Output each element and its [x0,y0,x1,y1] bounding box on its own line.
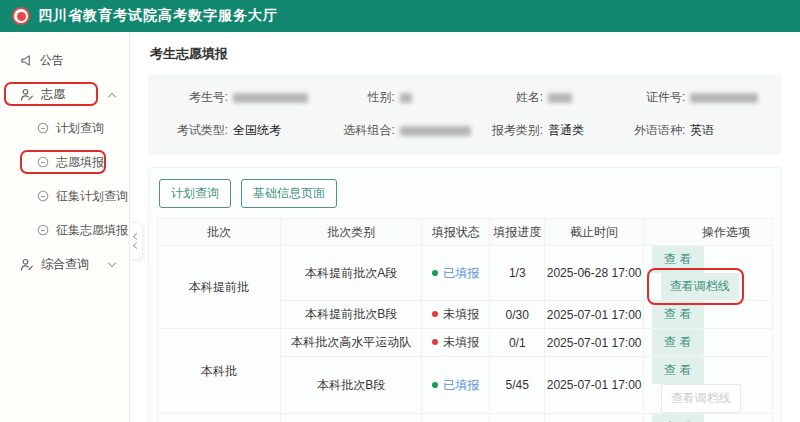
view-line-button-disabled: 查看调档线 [661,384,741,413]
col-deadline: 截止时间 [545,219,643,246]
sidebar-item-label: 征集志愿填报 [56,222,128,239]
batch-table-panel: 计划查询 基础信息页面 批次 批次类别 填报状态 填报进度 截止时间 操作选项 [148,167,782,422]
sidebar-item-plan-query[interactable]: 计划查询 [0,114,129,142]
circle-dash-icon [37,156,49,168]
basic-info-button[interactable]: 基础信息页面 [241,179,337,208]
app-header: 四川省教育考试院高考数字服务大厅 [0,0,800,32]
chevron-down-icon [108,259,116,267]
field-exam-type: 考试类型: 全国统考 [156,122,323,139]
view-button[interactable]: 查看 [652,414,704,422]
user-search-icon [20,258,34,271]
sidebar-item-label: 综合查询 [41,256,89,273]
table-row: 高职（专科）提前批 高职（专科）提前批次 未填报 0/3 2025-07-05 … [158,414,773,422]
field-foreign-language: 外语语种: 英语 [613,122,774,139]
circle-dash-icon [37,224,49,236]
category-cell: 本科提前批次B段 [281,301,422,329]
actions-cell: 查看 [643,301,772,329]
progress-cell: 5/45 [490,357,545,414]
announcement-icon [20,54,33,67]
status-dot-icon [432,270,438,276]
sidebar-item-label: 计划查询 [56,120,104,137]
status-text: 已填报 [443,266,479,280]
redacted-value [400,93,412,103]
seal-logo-icon [12,7,30,25]
sidebar-item-label: 公告 [40,52,64,69]
progress-cell: 1/3 [490,246,545,301]
student-info-panel: 考生号: 性别: 姓名: 证件号: 考试类型: 全国统考 [148,74,782,155]
sidebar-item-label: 志愿填报 [56,154,104,171]
main-content: 考生志愿填报 考生号: 性别: 姓名: 证件号: [130,32,800,422]
col-progress: 填报进度 [490,219,545,246]
status-dot-icon [432,382,438,388]
redacted-value [548,93,572,103]
batch-cell: 高职（专科）提前批 [158,414,281,422]
status-text: 未填报 [443,307,479,321]
col-status: 填报状态 [422,219,490,246]
deadline-cell: 2025-07-01 17:00 [545,301,643,329]
page-title: 考生志愿填报 [130,32,800,74]
sidebar-item-announcements[interactable]: 公告 [0,46,129,74]
sidebar-item-comprehensive-query[interactable]: 综合查询 [0,250,129,278]
view-button[interactable]: 查看 [652,329,704,356]
deadline-cell: 2025-07-01 17:00 [545,329,643,357]
actions-cell: 查看查看调档线 [643,414,772,422]
deadline-cell: 2025-07-01 17:00 [545,357,643,414]
plan-query-button[interactable]: 计划查询 [159,179,231,208]
status-cell: 未填报 [422,414,490,422]
sidebar-item-volunteer-fill[interactable]: 志愿填报 [0,148,129,176]
status-text: 未填报 [443,335,479,349]
sidebar-item-label: 志愿 [41,86,65,103]
sidebar-item-volunteer[interactable]: 志愿 [0,80,129,108]
status-text: 已填报 [443,378,479,392]
view-button[interactable]: 查看 [652,246,704,273]
sidebar-item-collect-plan-query[interactable]: 征集计划查询 [0,182,129,210]
category-cell: 本科提前批次A段 [281,246,422,301]
sidebar: 公告 志愿 计划查询 志愿填报 [0,32,130,422]
actions-cell: 查看查看调档线 [643,357,772,414]
actions-cell: 查看查看调档线 [643,246,772,301]
batch-cell: 本科批 [158,329,281,414]
sidebar-item-collect-volunteer-fill[interactable]: 征集志愿填报 [0,216,129,244]
status-cell: 已填报 [422,357,490,414]
chevron-left-icon [132,242,139,249]
batch-table: 批次 批次类别 填报状态 填报进度 截止时间 操作选项 本科提前批 本科提前批次… [157,218,773,422]
chevron-left-icon [132,233,139,240]
col-category: 批次类别 [281,219,422,246]
circle-dash-icon [37,122,49,134]
field-id-number: 证件号: [613,89,774,106]
status-dot-icon [432,339,438,345]
field-name: 姓名: [471,89,613,106]
progress-cell: 0/3 [490,414,545,422]
redacted-value [400,126,471,136]
redacted-value [233,93,308,103]
batch-cell: 本科提前批 [158,246,281,329]
status-cell: 未填报 [422,301,490,329]
table-header-row: 批次 批次类别 填报状态 填报进度 截止时间 操作选项 [158,219,773,246]
view-button[interactable]: 查看 [652,301,704,328]
deadline-cell: 2025-06-28 17:00 [545,246,643,301]
view-line-button[interactable]: 查看调档线 [661,273,739,300]
view-button[interactable]: 查看 [652,357,704,384]
col-batch: 批次 [158,219,281,246]
table-row: 本科提前批 本科提前批次A段 已填报 1/3 2025-06-28 17:00 … [158,246,773,301]
category-cell: 本科批次高水平运动队 [281,329,422,357]
progress-cell: 0/30 [490,301,545,329]
redacted-value [690,93,758,103]
field-exam-id: 考生号: [156,89,323,106]
deadline-cell: 2025-07-05 17:00 [545,414,643,422]
category-cell: 高职（专科）提前批次 [281,414,422,422]
category-cell: 本科批次B段 [281,357,422,414]
progress-cell: 0/1 [490,329,545,357]
sidebar-item-label: 征集计划查询 [56,188,128,205]
status-cell: 未填报 [422,329,490,357]
field-subject-combo: 选科组合: [323,122,471,139]
col-actions: 操作选项 [643,219,772,246]
status-cell: 已填报 [422,246,490,301]
sidebar-collapse-handle[interactable] [130,222,143,260]
chevron-up-icon [108,93,116,101]
actions-cell: 查看 [643,329,772,357]
field-gender: 性别: [323,89,471,106]
status-dot-icon [432,311,438,317]
circle-dash-icon [37,190,49,202]
user-edit-icon [20,88,34,101]
